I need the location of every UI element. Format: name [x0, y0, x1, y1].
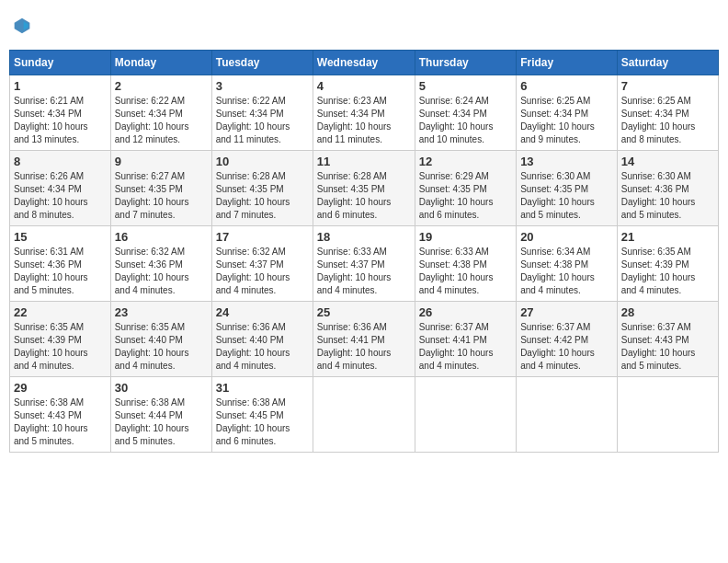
weekday-header-thursday: Thursday	[415, 51, 516, 75]
calendar-cell: 12Sunrise: 6:29 AM Sunset: 4:35 PM Dayli…	[415, 151, 516, 226]
day-info: Sunrise: 6:32 AM Sunset: 4:36 PM Dayligh…	[115, 246, 208, 297]
day-number: 9	[115, 155, 208, 168]
weekday-header-tuesday: Tuesday	[211, 51, 313, 75]
day-number: 4	[317, 79, 411, 93]
calendar-cell: 24Sunrise: 6:36 AM Sunset: 4:40 PM Dayli…	[211, 302, 313, 377]
calendar-cell: 31Sunrise: 6:38 AM Sunset: 4:45 PM Dayli…	[211, 377, 313, 453]
calendar-cell: 6Sunrise: 6:25 AM Sunset: 4:34 PM Daylig…	[517, 75, 618, 151]
day-info: Sunrise: 6:23 AM Sunset: 4:34 PM Dayligh…	[317, 95, 411, 146]
day-info: Sunrise: 6:36 AM Sunset: 4:41 PM Dayligh…	[317, 321, 411, 373]
day-info: Sunrise: 6:35 AM Sunset: 4:39 PM Dayligh…	[14, 321, 107, 373]
calendar-cell: 17Sunrise: 6:32 AM Sunset: 4:37 PM Dayli…	[211, 226, 313, 302]
day-info: Sunrise: 6:37 AM Sunset: 4:42 PM Dayligh…	[520, 321, 613, 373]
calendar-week-row: 1Sunrise: 6:21 AM Sunset: 4:34 PM Daylig…	[10, 75, 719, 151]
calendar-cell: 1Sunrise: 6:21 AM Sunset: 4:34 PM Daylig…	[10, 75, 111, 151]
calendar-cell: 18Sunrise: 6:33 AM Sunset: 4:37 PM Dayli…	[313, 226, 415, 302]
day-number: 15	[14, 230, 107, 244]
day-number: 23	[115, 305, 208, 319]
day-info: Sunrise: 6:36 AM Sunset: 4:40 PM Dayligh…	[216, 321, 309, 373]
day-number: 12	[419, 155, 512, 168]
day-number: 19	[419, 230, 512, 244]
weekday-header-friday: Friday	[517, 51, 618, 75]
calendar-cell: 16Sunrise: 6:32 AM Sunset: 4:36 PM Dayli…	[110, 226, 211, 302]
day-number: 5	[419, 79, 512, 93]
day-info: Sunrise: 6:33 AM Sunset: 4:38 PM Dayligh…	[419, 246, 512, 297]
day-info: Sunrise: 6:37 AM Sunset: 4:41 PM Dayligh…	[419, 321, 512, 373]
weekday-header-monday: Monday	[110, 51, 211, 75]
day-info: Sunrise: 6:38 AM Sunset: 4:45 PM Dayligh…	[216, 396, 309, 448]
day-info: Sunrise: 6:31 AM Sunset: 4:36 PM Dayligh…	[14, 246, 107, 297]
calendar-cell: 27Sunrise: 6:37 AM Sunset: 4:42 PM Dayli…	[517, 302, 618, 377]
calendar-cell: 19Sunrise: 6:33 AM Sunset: 4:38 PM Dayli…	[415, 226, 516, 302]
day-number: 30	[115, 381, 208, 395]
day-info: Sunrise: 6:30 AM Sunset: 4:35 PM Dayligh…	[520, 170, 613, 222]
calendar-week-row: 8Sunrise: 6:26 AM Sunset: 4:34 PM Daylig…	[10, 151, 719, 226]
calendar-cell: 3Sunrise: 6:22 AM Sunset: 4:34 PM Daylig…	[211, 75, 313, 151]
day-number: 17	[216, 230, 309, 244]
calendar-cell: 22Sunrise: 6:35 AM Sunset: 4:39 PM Dayli…	[10, 302, 111, 377]
day-number: 21	[621, 230, 714, 244]
calendar-cell: 26Sunrise: 6:37 AM Sunset: 4:41 PM Dayli…	[415, 302, 516, 377]
day-number: 22	[14, 305, 107, 319]
calendar-cell	[517, 377, 618, 453]
day-number: 1	[14, 79, 107, 93]
day-number: 14	[621, 155, 714, 168]
day-number: 3	[216, 79, 309, 93]
calendar-week-row: 15Sunrise: 6:31 AM Sunset: 4:36 PM Dayli…	[10, 226, 719, 302]
day-info: Sunrise: 6:32 AM Sunset: 4:37 PM Dayligh…	[216, 246, 309, 297]
calendar-cell: 15Sunrise: 6:31 AM Sunset: 4:36 PM Dayli…	[10, 226, 111, 302]
day-number: 27	[520, 305, 613, 319]
day-info: Sunrise: 6:26 AM Sunset: 4:34 PM Dayligh…	[14, 170, 107, 222]
day-number: 8	[14, 155, 107, 168]
calendar-cell: 25Sunrise: 6:36 AM Sunset: 4:41 PM Dayli…	[313, 302, 415, 377]
day-info: Sunrise: 6:38 AM Sunset: 4:43 PM Dayligh…	[14, 396, 107, 448]
calendar-header-row: SundayMondayTuesdayWednesdayThursdayFrid…	[10, 51, 719, 75]
logo	[13, 17, 33, 35]
calendar-cell: 9Sunrise: 6:27 AM Sunset: 4:35 PM Daylig…	[110, 151, 211, 226]
calendar-cell: 14Sunrise: 6:30 AM Sunset: 4:36 PM Dayli…	[617, 151, 718, 226]
calendar-cell: 10Sunrise: 6:28 AM Sunset: 4:35 PM Dayli…	[211, 151, 313, 226]
calendar-cell: 5Sunrise: 6:24 AM Sunset: 4:34 PM Daylig…	[415, 75, 516, 151]
day-number: 11	[317, 155, 411, 168]
day-info: Sunrise: 6:27 AM Sunset: 4:35 PM Dayligh…	[115, 170, 208, 222]
day-info: Sunrise: 6:24 AM Sunset: 4:34 PM Dayligh…	[419, 95, 512, 146]
calendar-cell: 30Sunrise: 6:38 AM Sunset: 4:44 PM Dayli…	[110, 377, 211, 453]
calendar-table: SundayMondayTuesdayWednesdayThursdayFrid…	[9, 50, 719, 453]
calendar-cell: 13Sunrise: 6:30 AM Sunset: 4:35 PM Dayli…	[517, 151, 618, 226]
calendar-week-row: 22Sunrise: 6:35 AM Sunset: 4:39 PM Dayli…	[10, 302, 719, 377]
day-info: Sunrise: 6:35 AM Sunset: 4:40 PM Dayligh…	[115, 321, 208, 373]
day-info: Sunrise: 6:38 AM Sunset: 4:44 PM Dayligh…	[115, 396, 208, 448]
day-number: 10	[216, 155, 309, 168]
calendar-cell: 11Sunrise: 6:28 AM Sunset: 4:35 PM Dayli…	[313, 151, 415, 226]
day-number: 25	[317, 305, 411, 319]
day-info: Sunrise: 6:28 AM Sunset: 4:35 PM Dayligh…	[216, 170, 309, 222]
day-number: 26	[419, 305, 512, 319]
day-info: Sunrise: 6:22 AM Sunset: 4:34 PM Dayligh…	[216, 95, 309, 146]
day-info: Sunrise: 6:33 AM Sunset: 4:37 PM Dayligh…	[317, 246, 411, 297]
day-number: 7	[621, 79, 714, 93]
day-info: Sunrise: 6:37 AM Sunset: 4:43 PM Dayligh…	[621, 321, 714, 373]
day-info: Sunrise: 6:29 AM Sunset: 4:35 PM Dayligh…	[419, 170, 512, 222]
day-number: 20	[520, 230, 613, 244]
day-number: 29	[14, 381, 107, 395]
calendar-cell: 8Sunrise: 6:26 AM Sunset: 4:34 PM Daylig…	[10, 151, 111, 226]
calendar-cell: 7Sunrise: 6:25 AM Sunset: 4:34 PM Daylig…	[617, 75, 718, 151]
calendar-cell: 20Sunrise: 6:34 AM Sunset: 4:38 PM Dayli…	[517, 226, 618, 302]
day-number: 24	[216, 305, 309, 319]
calendar-week-row: 29Sunrise: 6:38 AM Sunset: 4:43 PM Dayli…	[10, 377, 719, 453]
weekday-header-wednesday: Wednesday	[313, 51, 415, 75]
calendar-cell: 28Sunrise: 6:37 AM Sunset: 4:43 PM Dayli…	[617, 302, 718, 377]
weekday-header-saturday: Saturday	[617, 51, 718, 75]
calendar-cell: 4Sunrise: 6:23 AM Sunset: 4:34 PM Daylig…	[313, 75, 415, 151]
page-header	[9, 9, 719, 42]
day-info: Sunrise: 6:35 AM Sunset: 4:39 PM Dayligh…	[621, 246, 714, 297]
calendar-cell	[415, 377, 516, 453]
day-number: 28	[621, 305, 714, 319]
logo-icon	[13, 17, 31, 35]
day-info: Sunrise: 6:28 AM Sunset: 4:35 PM Dayligh…	[317, 170, 411, 222]
calendar-cell	[313, 377, 415, 453]
day-number: 31	[216, 381, 309, 395]
day-info: Sunrise: 6:25 AM Sunset: 4:34 PM Dayligh…	[520, 95, 613, 146]
calendar-cell: 21Sunrise: 6:35 AM Sunset: 4:39 PM Dayli…	[617, 226, 718, 302]
day-number: 6	[520, 79, 613, 93]
